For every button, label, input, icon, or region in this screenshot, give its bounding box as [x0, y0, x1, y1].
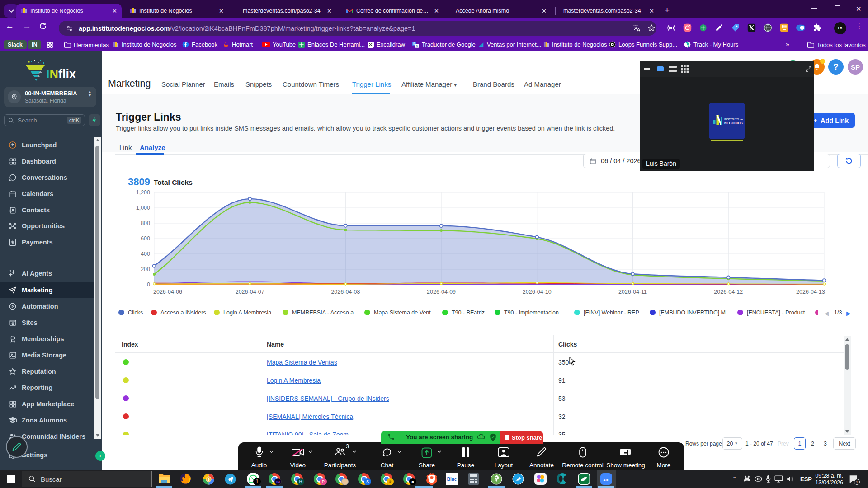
svg-text:0: 0: [147, 282, 150, 288]
svg-text:400: 400: [141, 251, 150, 257]
svg-text:2026-04-07: 2026-04-07: [236, 289, 264, 295]
svg-text:INSTITUTO de: INSTITUTO de: [724, 117, 743, 121]
svg-text:600: 600: [141, 235, 150, 242]
svg-text:200: 200: [141, 266, 150, 272]
svg-text:INflix: INflix: [46, 67, 76, 81]
svg-text:2026-04-09: 2026-04-09: [427, 289, 456, 295]
svg-text:1,000: 1,000: [136, 205, 150, 211]
svg-text:1,200: 1,200: [136, 189, 150, 196]
svg-text:2026-04-06: 2026-04-06: [153, 289, 182, 295]
svg-text:2026-04-12: 2026-04-12: [714, 289, 743, 295]
svg-text:$: $: [208, 477, 210, 482]
svg-text:2026-04-10: 2026-04-10: [523, 289, 552, 295]
svg-text:800: 800: [141, 220, 150, 226]
svg-text:2026-04-11: 2026-04-11: [618, 289, 647, 295]
svg-text:2026-04-13: 2026-04-13: [796, 289, 825, 295]
svg-text:2026-04-08: 2026-04-08: [331, 289, 360, 295]
svg-text:zm: zm: [603, 477, 609, 482]
svg-text:a: a: [416, 44, 418, 47]
svg-text:NEGOCIOS: NEGOCIOS: [724, 121, 743, 125]
